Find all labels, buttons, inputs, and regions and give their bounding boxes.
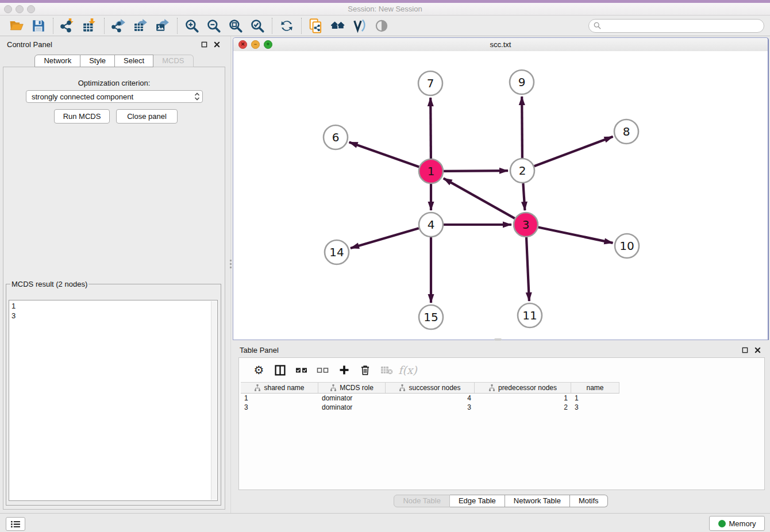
network-minimize-icon[interactable]: −: [251, 40, 260, 49]
divider-handle[interactable]: [230, 260, 232, 261]
list-icon: [11, 521, 21, 528]
zoom-selected-button[interactable]: [247, 17, 268, 34]
zoom-fit-button[interactable]: [225, 17, 247, 34]
node-1[interactable]: 1: [419, 159, 443, 183]
network-window-titlebar[interactable]: ✕ − + scc.txt: [233, 38, 768, 52]
tab-mcds[interactable]: MCDS: [153, 55, 193, 67]
close-table-panel-icon[interactable]: [753, 345, 762, 354]
export-network-button[interactable]: [108, 17, 130, 34]
float-panel-icon[interactable]: [199, 40, 209, 49]
save-session-button[interactable]: [28, 17, 49, 34]
mcds-result-box[interactable]: 1 3: [9, 300, 218, 501]
network-from-document-button[interactable]: [305, 17, 327, 34]
apply-layout-button[interactable]: [276, 17, 298, 34]
criterion-select[interactable]: strongly connected component: [26, 90, 203, 103]
node-4[interactable]: 4: [419, 213, 443, 237]
column-header-name[interactable]: name: [571, 383, 619, 393]
unselect-all-columns-button[interactable]: [312, 361, 333, 379]
memory-button[interactable]: Memory: [709, 516, 765, 531]
show-columns-button[interactable]: [270, 361, 291, 379]
table-cell[interactable]: 3: [571, 403, 619, 411]
search-input[interactable]: [601, 21, 759, 30]
task-history-button[interactable]: [6, 517, 25, 531]
edge-3-11[interactable]: [526, 237, 529, 301]
node-3[interactable]: 3: [514, 213, 538, 237]
column-header-successor-nodes[interactable]: successor nodes: [386, 383, 475, 393]
column-header-shared-name[interactable]: shared name: [241, 383, 318, 393]
run-mcds-button[interactable]: Run MCDS: [54, 109, 110, 124]
delete-columns-button[interactable]: [355, 361, 376, 379]
search-icon: [594, 22, 601, 29]
vizmap-button[interactable]: [349, 17, 371, 34]
edge-1-2[interactable]: [444, 171, 508, 171]
table-cell[interactable]: 2: [475, 403, 571, 411]
table-cell[interactable]: 3: [241, 403, 318, 411]
open-session-button[interactable]: [6, 17, 28, 34]
node-11[interactable]: 11: [518, 303, 542, 327]
edge-2-9[interactable]: [522, 97, 522, 158]
open-session-icon: [9, 18, 24, 33]
network-graph[interactable]: 1 2 3 4 6 7 8 9 10 11 14 15: [233, 51, 767, 340]
edge-3-10[interactable]: [538, 228, 613, 243]
node-6[interactable]: 6: [324, 125, 348, 149]
close-panel-button[interactable]: Close panel: [116, 109, 178, 124]
zoom-out-button[interactable]: [203, 17, 225, 34]
node-2[interactable]: 2: [510, 159, 534, 183]
import-table-button[interactable]: [79, 17, 101, 34]
edge-2-3[interactable]: [523, 183, 525, 210]
table-cell[interactable]: 1: [571, 394, 619, 402]
column-header-predecessor-nodes[interactable]: predecessor nodes: [475, 383, 571, 393]
tab-node-table[interactable]: Node Table: [394, 495, 450, 507]
node-8[interactable]: 8: [614, 119, 638, 144]
edge-2-8[interactable]: [534, 137, 613, 166]
tab-motifs[interactable]: Motifs: [570, 495, 608, 507]
result-scrollbar[interactable]: [211, 301, 217, 500]
table-row[interactable]: 3dominator323: [241, 403, 764, 412]
node-9[interactable]: 9: [510, 70, 534, 94]
tab-edge-table[interactable]: Edge Table: [450, 495, 505, 507]
tab-style[interactable]: Style: [80, 55, 115, 67]
tab-network[interactable]: Network: [34, 55, 80, 67]
column-header-mcds-role[interactable]: MCDS role: [318, 383, 386, 393]
table-cell[interactable]: dominator: [318, 394, 386, 402]
table-cell[interactable]: 4: [386, 394, 475, 402]
select-all-columns-button[interactable]: [291, 361, 312, 379]
network-close-icon[interactable]: ✕: [238, 40, 247, 49]
show-hide-graphics-button[interactable]: [371, 17, 392, 34]
export-image-button[interactable]: [152, 17, 174, 34]
network-maximize-icon[interactable]: +: [264, 40, 272, 49]
edge-3-1[interactable]: [444, 178, 515, 218]
float-table-panel-icon[interactable]: [740, 345, 749, 354]
node-7[interactable]: 7: [418, 71, 442, 95]
edge-4-14[interactable]: [351, 228, 419, 248]
edge-1-6[interactable]: [349, 142, 419, 167]
network-canvas[interactable]: 1 2 3 4 6 7 8 9 10 11 14 15: [233, 51, 768, 340]
column-type-icon: [254, 384, 261, 391]
delete-table-icon: [380, 365, 393, 375]
table-cell[interactable]: 1: [241, 394, 318, 402]
app-titlebar[interactable]: Session: New Session: [0, 3, 770, 16]
export-table-button[interactable]: [130, 17, 152, 34]
panel-divider[interactable]: [230, 36, 231, 513]
search-box[interactable]: [588, 19, 764, 33]
table-row[interactable]: 1dominator411: [241, 394, 764, 403]
tab-network-table[interactable]: Network Table: [505, 495, 570, 507]
zoom-in-icon: [184, 18, 199, 33]
node-10[interactable]: 10: [615, 234, 639, 258]
tab-select[interactable]: Select: [115, 55, 153, 67]
node-label-6: 6: [332, 130, 340, 144]
import-network-button[interactable]: [57, 17, 79, 34]
horizontal-divider-handle[interactable]: [494, 338, 502, 341]
node-14[interactable]: 14: [325, 240, 349, 264]
edge-1-7[interactable]: [430, 98, 431, 159]
open-browser-button[interactable]: [327, 17, 349, 34]
zoom-in-button[interactable]: [181, 17, 203, 34]
table-cell[interactable]: dominator: [318, 403, 386, 411]
node-15[interactable]: 15: [419, 305, 443, 329]
settings-button[interactable]: ⚙: [248, 361, 270, 379]
create-column-button[interactable]: [333, 361, 355, 379]
table-cell[interactable]: 1: [475, 394, 571, 402]
table-cell[interactable]: 3: [386, 403, 475, 411]
close-panel-icon[interactable]: [212, 40, 221, 49]
network-view-window: ✕ − + scc.txt 1 2 3 4 6 7 8 9 10: [233, 37, 769, 340]
